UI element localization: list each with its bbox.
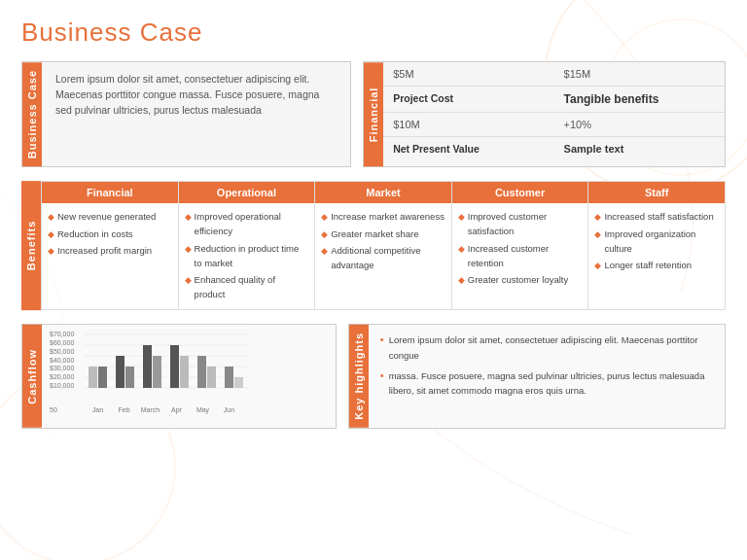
page-title: Business Case	[21, 18, 726, 48]
list-item: ◆Increased profit margin	[48, 243, 172, 258]
svg-rect-19	[207, 367, 216, 388]
plus10-value: +10%	[554, 113, 725, 136]
cashflow-label: Cashflow	[22, 325, 42, 428]
financial-row-1: $5M $15M	[383, 62, 725, 87]
diamond-icon: ◆	[48, 210, 54, 224]
list-item: ◆Greater customer loyalty	[458, 272, 583, 287]
business-case-block: Business Case Lorem ipsum dolor sit amet…	[21, 61, 351, 167]
list-item: ◆Longer staff retention	[594, 258, 719, 272]
financial-row-2: Project Cost Tangible benefits	[383, 87, 725, 113]
list-item: ◆Increased staff satisfaction	[594, 209, 719, 224]
top-section: Business Case Lorem ipsum dolor sit amet…	[21, 61, 726, 167]
benefit-financial-body: ◆New revenue generated ◆Reduction in cos…	[42, 203, 178, 265]
npv-value: $10M	[383, 113, 553, 136]
business-case-label: Business Case	[22, 62, 42, 166]
diamond-icon: ◆	[458, 273, 465, 287]
svg-rect-16	[170, 345, 179, 388]
list-item: • Lorem ipsum dolor sit amet, consectetu…	[380, 332, 713, 362]
y-axis-bottom: 50	[50, 406, 57, 413]
benefit-operational-header: Operational	[179, 182, 315, 203]
benefit-customer-body: ◆Improved customer satisfaction ◆Increas…	[452, 203, 588, 295]
financial-block: Financial $5M $15M Project Cost Tangible…	[363, 61, 726, 167]
benefits-grid: Financial ◆New revenue generated ◆Reduct…	[41, 181, 726, 310]
benefit-operational-body: ◆Improved operational efficiency ◆Reduct…	[179, 203, 315, 309]
list-item: ◆Reduction in product time to market	[185, 241, 309, 270]
project-cost-label: Project Cost	[383, 87, 553, 112]
svg-rect-13	[125, 367, 134, 388]
list-item: ◆Increase market awareness	[321, 209, 445, 224]
y-axis: $70,000 $60,000 $50,000 $40,000 $30,000 …	[50, 331, 74, 390]
chart-container: $70,000 $60,000 $50,000 $40,000 $30,000 …	[50, 331, 328, 413]
diamond-icon: ◆	[321, 244, 328, 258]
diamond-icon: ◆	[48, 228, 54, 241]
tangible-benefits-value: $15M	[554, 62, 725, 86]
svg-rect-17	[180, 356, 189, 388]
benefit-market-col: Market ◆Increase market awareness ◆Great…	[314, 181, 451, 310]
npv-label: Net Present Value	[383, 137, 553, 160]
list-item: ◆Greater market share	[321, 227, 445, 241]
key-highlights-body: • Lorem ipsum dolor sit amet, consectetu…	[369, 325, 725, 428]
diamond-icon: ◆	[594, 210, 601, 224]
list-item: ◆Increased customer retention	[458, 241, 583, 270]
svg-rect-15	[153, 356, 161, 388]
list-item: ◆Enhanced quality of product	[185, 272, 309, 301]
list-item: ◆Improved customer satisfaction	[458, 209, 583, 238]
financial-row-4: Net Present Value Sample text	[383, 137, 725, 160]
x-axis: Jan Feb March Apr May Jun	[85, 406, 242, 413]
diamond-icon: ◆	[185, 242, 192, 256]
diamond-icon: ◆	[594, 259, 601, 272]
svg-rect-12	[116, 356, 124, 388]
benefit-staff-col: Staff ◆Increased staff satisfaction ◆Imp…	[587, 181, 726, 310]
diamond-icon: ◆	[321, 210, 328, 224]
svg-rect-20	[225, 367, 233, 388]
diamond-icon: ◆	[321, 228, 328, 241]
svg-rect-10	[89, 367, 97, 388]
list-item: ◆Additional competitive advantage	[321, 243, 445, 272]
key-highlights-label: Key highlights	[349, 325, 369, 428]
diamond-icon: ◆	[185, 210, 192, 224]
tangible-benefits-label: Tangible benefits	[554, 87, 725, 112]
benefit-staff-body: ◆Increased staff satisfaction ◆Improved …	[588, 203, 725, 280]
bullet-icon: •	[380, 368, 384, 398]
cashflow-block: Cashflow $70,000 $60,000 $50,000 $40,000…	[21, 324, 337, 429]
benefit-financial-col: Financial ◆New revenue generated ◆Reduct…	[41, 181, 178, 310]
benefit-operational-col: Operational ◆Improved operational effici…	[178, 181, 315, 310]
financial-table: $5M $15M Project Cost Tangible benefits …	[383, 62, 725, 166]
benefit-financial-header: Financial	[42, 182, 178, 203]
diamond-icon: ◆	[594, 228, 601, 241]
benefit-market-body: ◆Increase market awareness ◆Greater mark…	[315, 203, 451, 280]
svg-rect-21	[234, 377, 243, 388]
benefit-market-header: Market	[315, 182, 451, 203]
cashflow-chart: $70,000 $60,000 $50,000 $40,000 $30,000 …	[42, 325, 336, 428]
svg-rect-11	[98, 367, 107, 388]
sample-text-label: Sample text	[554, 137, 725, 160]
diamond-icon: ◆	[185, 273, 192, 287]
list-item: ◆Improved operational efficiency	[185, 209, 309, 238]
benefits-section: Benefits Financial ◆New revenue generate…	[21, 181, 726, 310]
benefits-label: Benefits	[21, 181, 41, 310]
svg-rect-14	[143, 345, 152, 388]
list-item: ◆Reduction in costs	[48, 227, 172, 241]
bar-chart-svg	[85, 324, 250, 402]
project-cost-value: $5M	[383, 62, 553, 86]
business-case-text: Lorem ipsum dolor sit amet, consectetuer…	[42, 62, 350, 166]
bottom-section: Cashflow $70,000 $60,000 $50,000 $40,000…	[21, 324, 726, 429]
benefit-staff-header: Staff	[588, 182, 725, 203]
diamond-icon: ◆	[48, 244, 54, 258]
benefit-customer-col: Customer ◆Improved customer satisfaction…	[451, 181, 588, 310]
list-item: ◆Improved organization culture	[594, 227, 719, 256]
financial-row-3: $10M +10%	[383, 113, 725, 137]
svg-rect-18	[197, 356, 206, 388]
list-item: ◆New revenue generated	[48, 209, 172, 224]
financial-label: Financial	[364, 62, 383, 166]
benefit-customer-header: Customer	[452, 182, 588, 203]
diamond-icon: ◆	[458, 242, 465, 256]
key-highlights-block: Key highlights • Lorem ipsum dolor sit a…	[348, 324, 726, 429]
diamond-icon: ◆	[458, 210, 465, 224]
list-item: • massa. Fusce posuere, magna sed pulvin…	[380, 368, 713, 398]
bullet-icon: •	[380, 332, 384, 362]
